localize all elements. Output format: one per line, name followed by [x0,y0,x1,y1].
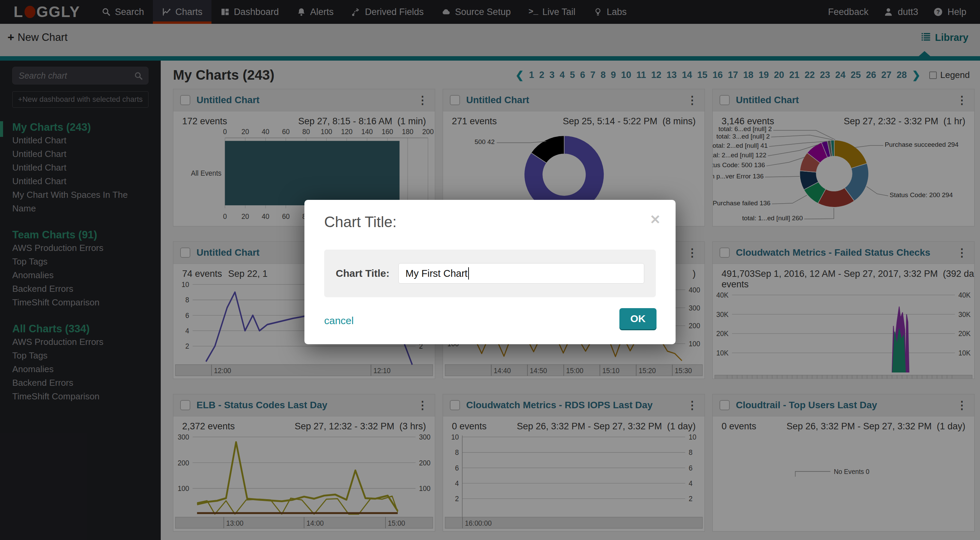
chart-title-value: My First Chart [406,268,468,279]
modal-form: Chart Title: My First Chart [324,249,656,297]
cancel-link[interactable]: cancel [324,315,354,327]
loggly-app: LGGLY SearchChartsDashboardAlertsDerived… [0,0,980,540]
modal-title: Chart Title: [324,213,397,230]
chart-title-input[interactable]: My First Chart [398,263,644,284]
chart-title-field-label: Chart Title: [336,268,390,279]
close-icon[interactable]: ✕ [650,212,660,227]
text-caret [468,267,469,280]
ok-button[interactable]: OK [619,308,657,329]
chart-title-modal: Chart Title: ✕ Chart Title: My First Cha… [304,200,676,344]
